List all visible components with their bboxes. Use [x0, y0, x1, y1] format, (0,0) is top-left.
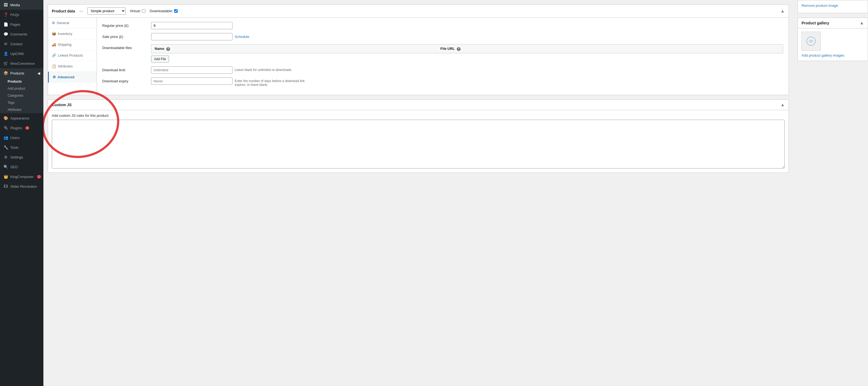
custom-js-description: Add custom JS rules for this product — [52, 113, 785, 117]
product-data-title: Product data — [52, 9, 75, 13]
add-file-button[interactable]: Add File — [151, 56, 169, 63]
right-sidebar: Remove product image Product gallery ▲ A… — [798, 0, 868, 386]
tab-inventory[interactable]: 📦 Inventory — [48, 29, 97, 39]
sidebar-item-seo[interactable]: 🔍 SEO — [0, 162, 43, 172]
sidebar-item-label: Contact — [10, 42, 23, 46]
sidebar-item-tools[interactable]: 🔧 Tools — [0, 142, 43, 152]
schedule-link[interactable]: Schedule — [235, 35, 249, 39]
product-data-header: Product data — Simple product Virtual: D… — [48, 5, 788, 17]
sidebar-sub-item-products[interactable]: Products — [0, 78, 43, 85]
tab-attributes-label: Attributes — [58, 64, 73, 68]
sidebar-item-label: Pages — [10, 23, 20, 27]
regular-price-label: Regular price (£) — [102, 22, 151, 28]
add-gallery-images-link[interactable]: Add product gallery images — [802, 54, 844, 58]
sidebar-item-contact[interactable]: ✉ Contact — [0, 39, 43, 49]
regular-price-row: Regular price (£) — [102, 22, 783, 29]
sidebar-item-faqs[interactable]: ❓ FAQs — [0, 10, 43, 20]
product-type-select[interactable]: Simple product — [87, 7, 126, 14]
url-help-icon[interactable]: ? — [457, 47, 461, 51]
comments-icon: 💬 — [3, 32, 8, 37]
remove-product-image-link[interactable]: Remove product image — [802, 3, 864, 8]
sidebar-item-label: WooCommerce — [10, 62, 35, 66]
custom-js-box: Custom JS ▲ Add custom JS rules for this… — [48, 99, 789, 173]
downloadable-files-control: Name ? File URL ? — [151, 44, 783, 63]
tab-attributes[interactable]: 📋 Attributes — [48, 61, 97, 72]
slider-icon: 🎞 — [3, 184, 8, 189]
tools-icon: 🔧 — [3, 145, 8, 150]
upicrm-icon: 👤 — [3, 51, 8, 56]
downloadable-files-row: Downloadable files Name ? — [102, 44, 783, 63]
sidebar-item-kingcomposer[interactable]: 👑 KingComposer 1 — [0, 172, 43, 181]
regular-price-control — [151, 22, 783, 29]
product-image-body: Remove product image — [798, 0, 868, 13]
kingcomposer-badge: 1 — [37, 175, 41, 178]
sidebar-item-products-parent[interactable]: 📦 Products ◀ — [0, 68, 43, 78]
sidebar-item-pages[interactable]: 📄 Pages — [0, 20, 43, 29]
settings-icon: ⚙ — [3, 155, 8, 160]
download-expiry-input[interactable] — [151, 77, 232, 85]
product-gallery-header: Product gallery ▲ — [798, 18, 868, 29]
regular-price-input[interactable] — [151, 22, 232, 29]
sidebar-item-plugins[interactable]: 🔌 Plugins 4 — [0, 123, 43, 133]
sidebar-item-users[interactable]: 👥 Users — [0, 133, 43, 142]
virtual-checkbox[interactable] — [142, 9, 145, 13]
products-submenu: Products Add product Categories Tags Att… — [0, 78, 43, 113]
virtual-label-text: Virtual: — [130, 9, 141, 13]
download-expiry-label: Download expiry — [102, 77, 151, 83]
downloadable-checkbox[interactable] — [174, 9, 178, 13]
product-gallery-box: Product gallery ▲ Add product gallery im… — [798, 17, 868, 61]
sidebar-item-appearance[interactable]: 🎨 Appearance — [0, 113, 43, 123]
custom-js-collapse-btn[interactable]: ▲ — [780, 102, 785, 107]
sidebar-sub-item-attributes[interactable]: Attributes — [0, 106, 43, 113]
tab-linked-products-label: Linked Products — [58, 54, 83, 58]
sidebar-item-upicrm[interactable]: 👤 UpiCRM — [0, 49, 43, 59]
sidebar-item-media[interactable]: 🖼 Media — [0, 0, 43, 10]
svg-point-2 — [810, 40, 812, 42]
download-limit-help: Leave blank for unlimited re-downloads. — [235, 66, 292, 72]
virtual-label: Virtual: — [130, 9, 145, 13]
sidebar-sub-item-tags[interactable]: Tags — [0, 99, 43, 106]
product-gallery-title: Product gallery — [802, 21, 829, 25]
product-data-dash: — — [80, 9, 83, 13]
tab-shipping[interactable]: 🚚 Shipping — [48, 39, 97, 50]
sale-price-input[interactable] — [151, 33, 232, 40]
general-tab-icon: ⚙ — [52, 21, 55, 25]
sidebar-sub-item-categories[interactable]: Categories — [0, 92, 43, 99]
download-limit-input[interactable] — [151, 66, 232, 74]
sidebar-item-label: SEO — [10, 165, 18, 169]
sale-price-control: Schedule — [151, 33, 783, 40]
tab-shipping-label: Shipping — [58, 42, 72, 46]
sidebar-item-woocommerce[interactable]: 🛒 WooCommerce — [0, 59, 43, 68]
advanced-tab-icon: ⚙ — [53, 75, 56, 79]
content-wrapper: Product data — Simple product Virtual: D… — [43, 0, 868, 386]
product-image-box: Remove product image — [798, 0, 868, 13]
custom-js-textarea[interactable] — [52, 120, 785, 169]
gallery-thumb-svg — [806, 36, 816, 46]
tab-general[interactable]: ⚙ General — [48, 17, 97, 29]
downloadable-label-text: Downloadable: — [150, 9, 173, 13]
product-data-box: Product data — Simple product Virtual: D… — [48, 4, 789, 95]
download-limit-row: Download limit Leave blank for unlimited… — [102, 66, 783, 74]
name-help-icon[interactable]: ? — [166, 47, 170, 51]
woocommerce-icon: 🛒 — [3, 61, 8, 66]
product-gallery-body: Add product gallery images — [798, 29, 868, 61]
users-icon: 👥 — [3, 135, 8, 140]
tab-linked-products[interactable]: 🔗 Linked Products — [48, 50, 97, 61]
sidebar-item-slider[interactable]: 🎞 Slider Revolution — [0, 181, 43, 191]
pages-icon: 📄 — [3, 22, 8, 27]
sale-price-label: Sale price (£) — [102, 33, 151, 39]
tab-advanced[interactable]: ⚙ Advanced — [48, 72, 97, 82]
files-table: Name ? File URL ? — [151, 44, 783, 54]
sidebar-item-label: KingComposer — [10, 175, 34, 179]
sale-price-row: Sale price (£) Schedule — [102, 33, 783, 40]
product-tabs: ⚙ General 📦 Inventory 🚚 Shipping 🔗 Linke… — [48, 17, 97, 95]
contact-icon: ✉ — [3, 41, 8, 46]
sidebar-sub-item-add-product[interactable]: Add product — [0, 85, 43, 92]
sidebar-item-settings[interactable]: ⚙ Settings — [0, 152, 43, 162]
sidebar-item-comments[interactable]: 💬 Comments — [0, 29, 43, 39]
seo-icon: 🔍 — [3, 165, 8, 169]
download-limit-label: Download limit — [102, 66, 151, 72]
product-data-collapse-btn[interactable]: ▲ — [780, 9, 785, 13]
custom-js-title: Custom JS — [52, 103, 72, 107]
gallery-collapse-btn[interactable]: ▲ — [860, 21, 864, 26]
